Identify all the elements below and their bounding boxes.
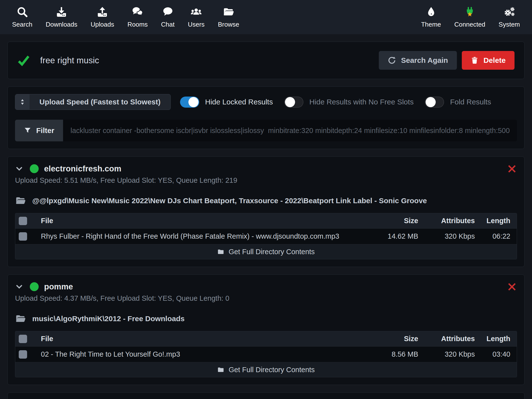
sort-icon-segment: [15, 94, 30, 110]
result-stats: Upload Speed: 5.51 MB/s, Free Upload Slo…: [8, 176, 524, 184]
search-icon: [17, 6, 28, 18]
column-length: Length: [475, 217, 517, 225]
column-size: Size: [371, 335, 418, 343]
column-size: Size: [371, 217, 418, 225]
main-content: free right music Search Again Delete Upl…: [0, 34, 532, 399]
filter-label: Filter: [36, 126, 54, 135]
nav-item-system[interactable]: System: [492, 0, 527, 34]
get-full-directory-button[interactable]: Get Full Directory Contents: [15, 362, 517, 377]
directory-path-row: music\AlgoRythmiK\2012 - Free Downloads: [8, 313, 524, 324]
column-file: File: [34, 217, 371, 225]
trash-icon: [471, 56, 479, 64]
chevron-down-icon[interactable]: [15, 165, 23, 173]
nav-item-uploads[interactable]: Uploads: [84, 0, 121, 34]
nav-label: Rooms: [127, 21, 148, 28]
search-again-button[interactable]: Search Again: [379, 51, 457, 70]
directory-path: @@lpxgd\Music New\Music 2022\New DJs Cha…: [32, 197, 427, 205]
nav-label: Search: [12, 21, 32, 28]
search-header-buttons: Search Again Delete: [379, 51, 515, 70]
nav-item-browse[interactable]: Browse: [211, 0, 246, 34]
nav-label: Browse: [218, 21, 239, 28]
file-checkbox[interactable]: [19, 350, 27, 359]
close-result-button[interactable]: [507, 282, 516, 291]
file-size: 14.62 MB: [371, 232, 418, 240]
filter-funnel-icon: [24, 127, 31, 134]
sort-selected-value: Upload Speed (Fastest to Slowest): [30, 94, 170, 110]
result-username: pomme: [44, 282, 73, 291]
nav-label: Users: [188, 21, 205, 28]
file-attributes: 320 Kbps: [418, 350, 475, 358]
file-attributes: 320 Kbps: [418, 232, 475, 240]
file-name: 02 - The Right Time to Let Yourself Go!.…: [34, 350, 371, 358]
hide-locked-results-toggle[interactable]: [180, 97, 199, 108]
hide-no-free-slots-toggle[interactable]: [284, 97, 303, 108]
result-card: electronicfresh.com Upload Speed: 5.51 M…: [7, 156, 525, 267]
folder-icon: [217, 248, 224, 255]
nav-item-search[interactable]: Search: [5, 0, 39, 34]
nav-label: System: [499, 21, 520, 28]
toggle-knob: [188, 97, 199, 107]
chat-icon: [162, 6, 174, 18]
nav-item-chat[interactable]: Chat: [154, 0, 181, 34]
fold-results-label: Fold Results: [450, 98, 491, 106]
column-attributes: Attributes: [418, 335, 475, 343]
result-header: pomme: [8, 275, 524, 291]
close-result-button[interactable]: [507, 164, 516, 173]
nav-item-connected[interactable]: Connected: [448, 0, 492, 34]
fold-results-toggle[interactable]: [425, 97, 444, 108]
get-full-directory-button[interactable]: Get Full Directory Contents: [15, 244, 517, 259]
result-card: modren: [7, 392, 525, 399]
nav-item-users[interactable]: Users: [181, 0, 211, 34]
sort-and-toggles-row: Upload Speed (Fastest to Slowest) Hide L…: [15, 94, 517, 110]
toggle-knob: [426, 97, 436, 107]
select-all-checkbox[interactable]: [19, 335, 27, 343]
nav-label: Connected: [454, 21, 485, 28]
sort-arrows-icon: [19, 98, 26, 106]
filter-input[interactable]: [63, 120, 517, 141]
result-username: electronicfresh.com: [44, 164, 121, 173]
header-check-cell: [15, 217, 34, 225]
top-nav: Search Downloads Uploads Rooms Chat User…: [0, 0, 532, 34]
nav-label: Uploads: [91, 21, 114, 28]
nav-label: Theme: [421, 21, 441, 28]
search-complete-check-icon: [17, 54, 30, 66]
file-table-header: File Size Attributes Length: [15, 331, 517, 347]
result-stats: Upload Speed: 4.37 MB/s, Free Upload Slo…: [8, 294, 524, 302]
file-name: Rhys Fulber - Right Hand of the Free Wor…: [34, 232, 371, 240]
chevron-down-icon[interactable]: [15, 283, 23, 291]
filter-chip: Filter: [15, 120, 63, 141]
rooms-icon: [132, 6, 143, 18]
sync-icon: [388, 56, 396, 65]
nav-item-theme[interactable]: Theme: [415, 0, 448, 34]
download-icon: [56, 6, 67, 18]
directory-path-row: @@lpxgd\Music New\Music 2022\New DJs Cha…: [8, 195, 524, 206]
folder-open-icon: [15, 195, 26, 206]
nav-label: Downloads: [46, 21, 77, 28]
file-size: 8.56 MB: [371, 350, 418, 358]
system-gears-icon: [503, 6, 515, 18]
sort-dropdown[interactable]: Upload Speed (Fastest to Slowest): [15, 94, 171, 110]
select-all-checkbox[interactable]: [19, 217, 27, 225]
online-status-dot: [30, 164, 39, 173]
nav-item-downloads[interactable]: Downloads: [39, 0, 84, 34]
column-length: Length: [475, 335, 517, 343]
toggle-knob: [285, 97, 295, 107]
row-check-cell: [15, 350, 34, 359]
folder-icon: [217, 366, 224, 373]
row-check-cell: [15, 232, 34, 241]
get-full-directory-label: Get Full Directory Contents: [229, 366, 315, 374]
file-row: 02 - The Right Time to Let Yourself Go!.…: [15, 347, 517, 362]
search-header-card: free right music Search Again Delete: [7, 42, 525, 79]
hide-locked-results-label: Hide Locked Results: [205, 98, 273, 106]
file-table: File Size Attributes Length Rhys Fulber …: [15, 213, 517, 259]
browse-folder-icon: [223, 6, 234, 18]
nav-item-rooms[interactable]: Rooms: [121, 0, 154, 34]
file-row: Rhys Fulber - Right Hand of the Free Wor…: [15, 229, 517, 244]
nav-right-group: Theme Connected System: [415, 0, 527, 34]
column-file: File: [34, 335, 371, 343]
results-controls-card: Upload Speed (Fastest to Slowest) Hide L…: [7, 86, 525, 149]
delete-button[interactable]: Delete: [462, 51, 515, 70]
connected-plug-icon: [464, 6, 476, 18]
file-checkbox[interactable]: [19, 232, 27, 241]
directory-path: music\AlgoRythmiK\2012 - Free Downloads: [32, 315, 184, 323]
